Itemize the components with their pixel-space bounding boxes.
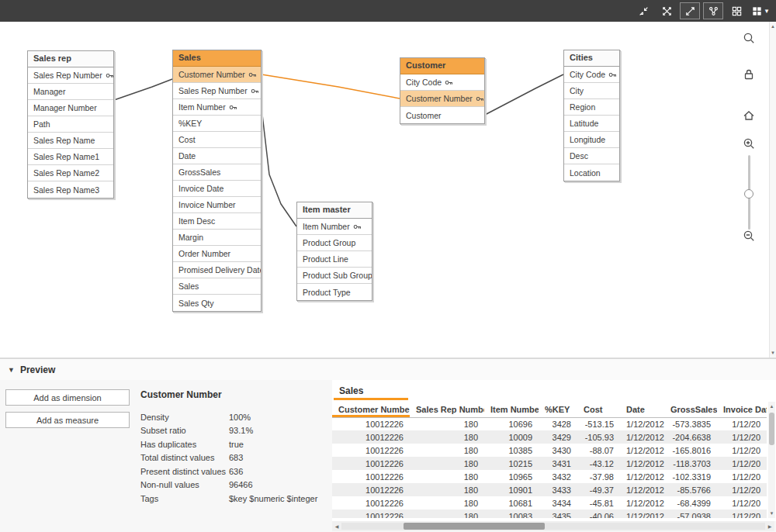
collapse-diagonal-icon[interactable] — [633, 2, 653, 19]
preview-vertical-scrollbar[interactable]: ▲ ▼ — [768, 402, 775, 518]
field-manager[interactable]: Manager — [28, 84, 113, 100]
search-icon[interactable] — [740, 29, 757, 47]
stat-label: Tags — [140, 494, 229, 503]
field-latitude[interactable]: Latitude — [564, 116, 619, 132]
table-cell: -118.3703 — [664, 457, 717, 470]
field-sales-rep-number[interactable]: Sales Rep Number — [28, 67, 113, 84]
column-header-item-number[interactable]: Item Number — [484, 402, 539, 417]
scroll-right-icon[interactable]: ▶ — [765, 523, 774, 530]
field-manager-number[interactable]: Manager Number — [28, 100, 113, 116]
column-header-customer-number[interactable]: Customer Number — [332, 402, 410, 417]
field-item-desc[interactable]: Item Desc — [173, 213, 261, 230]
field-key[interactable]: %KEY — [173, 116, 261, 132]
add-as-measure-button[interactable]: Add as measure — [5, 412, 130, 428]
model-table-sales-rep[interactable]: Sales repSales Rep NumberManagerManager … — [27, 50, 114, 199]
field-invoice-date[interactable]: Invoice Date — [173, 181, 261, 197]
field-grosssales[interactable]: GrossSales — [173, 164, 261, 181]
field-cost[interactable]: Cost — [173, 132, 261, 148]
field-order-number[interactable]: Order Number — [173, 246, 261, 262]
field-customer-number[interactable]: Customer Number — [400, 91, 484, 107]
model-table-customer[interactable]: CustomerCity CodeCustomer NumberCustomer — [400, 57, 485, 124]
home-icon[interactable] — [740, 107, 757, 124]
field-invoice-number[interactable]: Invoice Number — [173, 197, 261, 213]
column-header-sales-rep-number[interactable]: Sales Rep Number — [410, 402, 484, 417]
column-header-grosssales[interactable]: GrossSales — [664, 402, 717, 417]
table-cell: -105.93 — [577, 430, 620, 444]
field-sales-rep-name[interactable]: Sales Rep Name — [28, 133, 113, 149]
view-menu-icon[interactable]: ▾ — [750, 2, 770, 19]
field-product-line[interactable]: Product Line — [297, 251, 372, 268]
key-icon — [251, 87, 259, 95]
field-margin[interactable]: Margin — [173, 230, 261, 246]
field-product-group[interactable]: Product Group — [297, 235, 372, 251]
column-header-cost[interactable]: Cost — [577, 402, 620, 417]
zoom-out-icon[interactable] — [740, 227, 757, 244]
field-item-number[interactable]: Item Number — [173, 99, 261, 116]
field-sales-rep-name3[interactable]: Sales Rep Name3 — [28, 181, 113, 198]
field-desc[interactable]: Desc — [564, 148, 619, 164]
add-as-dimension-button[interactable]: Add as dimension — [5, 389, 130, 406]
scroll-down-icon[interactable]: ▼ — [771, 350, 775, 356]
field-promised-delivery-date[interactable]: Promised Delivery Date — [173, 262, 261, 278]
column-header-key[interactable]: %KEY — [539, 402, 577, 417]
field-product-type[interactable]: Product Type — [297, 284, 372, 300]
preview-horizontal-scrollbar[interactable]: ◀ ▶ — [332, 521, 774, 531]
scroll-up-icon[interactable]: ▲ — [771, 23, 775, 29]
table-title[interactable]: Cities — [564, 50, 619, 67]
field-path[interactable]: Path — [28, 116, 113, 133]
field-date[interactable]: Date — [173, 148, 261, 164]
field-customer-number[interactable]: Customer Number — [173, 67, 261, 83]
field-customer[interactable]: Customer — [400, 107, 484, 123]
field-location[interactable]: Location — [564, 164, 619, 181]
field-region[interactable]: Region — [564, 99, 619, 116]
field-sales-rep-number[interactable]: Sales Rep Number — [173, 83, 261, 99]
zoom-in-icon[interactable] — [740, 135, 757, 152]
field-sales[interactable]: Sales — [173, 278, 261, 295]
column-header-invoice-date[interactable]: Invoice Date — [717, 402, 767, 417]
scroll-track[interactable] — [341, 523, 765, 530]
table-cell: 1/12/20 — [717, 444, 767, 457]
column-header-date[interactable]: Date — [620, 402, 664, 417]
table-title[interactable]: Sales — [173, 50, 261, 67]
preview-header[interactable]: ▼ Preview — [0, 358, 776, 380]
table-title[interactable]: Customer — [400, 58, 484, 74]
table-cell: 10965 — [484, 470, 539, 483]
model-table-sales[interactable]: SalesCustomer NumberSales Rep NumberItem… — [172, 50, 262, 312]
expand-diagonal-icon[interactable] — [680, 2, 700, 19]
zoom-slider[interactable] — [740, 155, 757, 230]
field-longitude[interactable]: Longitude — [564, 132, 619, 148]
table-cell: -37.98 — [577, 470, 620, 483]
canvas-vertical-scrollbar[interactable]: ▲ ▼ — [769, 22, 776, 358]
table-cell: -40.06 — [577, 510, 620, 518]
grid-layout-icon[interactable] — [726, 2, 747, 19]
field-city[interactable]: City — [564, 83, 619, 99]
model-table-cities[interactable]: CitiesCity CodeCityRegionLatitudeLongitu… — [563, 50, 620, 181]
field-city-code[interactable]: City Code — [564, 67, 619, 83]
field-city-code[interactable]: City Code — [400, 74, 484, 91]
scroll-down-icon[interactable]: ▼ — [770, 510, 774, 516]
table-cell: 3434 — [539, 496, 577, 510]
lock-icon[interactable] — [740, 66, 757, 83]
field-sales-qty[interactable]: Sales Qty — [173, 295, 261, 311]
zoom-slider-handle[interactable] — [744, 189, 753, 199]
table-cell: 10012226 — [332, 444, 410, 457]
scroll-thumb[interactable] — [769, 413, 774, 445]
collapse-preview-icon[interactable]: ▼ — [8, 366, 15, 374]
field-label: %KEY — [178, 119, 202, 128]
table-title[interactable]: Sales rep — [28, 51, 113, 67]
model-table-item-master[interactable]: Item masterItem NumberProduct GroupProdu… — [296, 202, 372, 301]
data-model-view-icon[interactable] — [703, 2, 723, 19]
field-sales-rep-name2[interactable]: Sales Rep Name2 — [28, 165, 113, 181]
scroll-up-icon[interactable]: ▲ — [770, 403, 774, 409]
data-model-canvas[interactable]: Sales repSales Rep NumberManagerManager … — [0, 22, 776, 358]
field-item-number[interactable]: Item Number — [297, 219, 372, 235]
table-cell: 180 — [410, 444, 484, 457]
preview-table-tab[interactable]: Sales — [334, 385, 408, 400]
scroll-left-icon[interactable]: ◀ — [332, 523, 341, 530]
expand-x-icon[interactable] — [656, 2, 677, 19]
table-cell: 3433 — [539, 483, 577, 496]
field-sales-rep-name1[interactable]: Sales Rep Name1 — [28, 149, 113, 165]
table-title[interactable]: Item master — [297, 202, 372, 219]
field-product-sub-group[interactable]: Product Sub Group — [297, 268, 372, 284]
scroll-thumb[interactable] — [404, 523, 545, 530]
